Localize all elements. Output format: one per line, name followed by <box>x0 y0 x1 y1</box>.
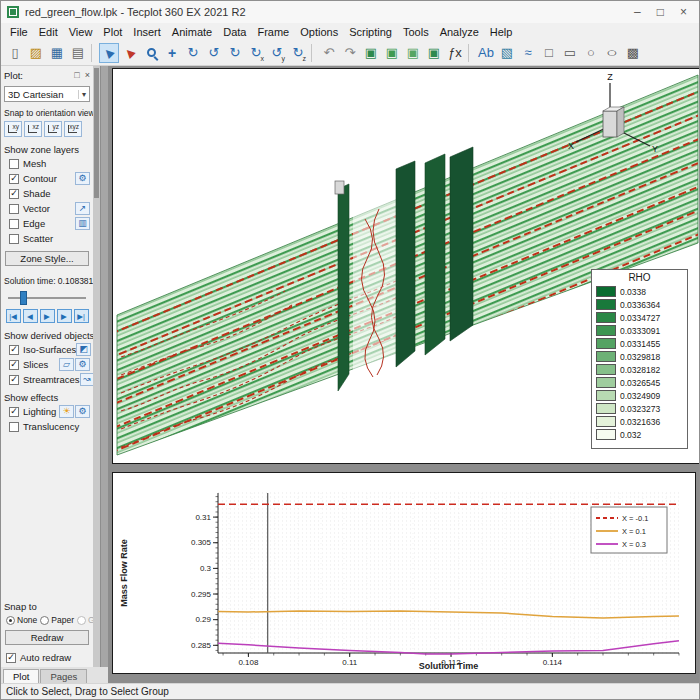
menu-plot[interactable]: Plot <box>98 25 127 39</box>
edge-details-button[interactable]: ▥ <box>75 217 90 230</box>
frame-xy-plot[interactable]: 0.2850.290.2950.30.3050.310.1080.110.112… <box>112 472 696 674</box>
minimize-button[interactable]: – <box>634 5 641 19</box>
legend-value: 0.0331455 <box>620 339 660 349</box>
radio-paper[interactable] <box>40 616 49 625</box>
legend-value: 0.0326545 <box>620 378 660 388</box>
contour-details-button[interactable]: ⚙ <box>75 172 90 185</box>
checkbox-lighting[interactable]: ✓ <box>9 407 19 417</box>
undo-button[interactable]: ↶ <box>319 43 339 63</box>
vector-details-button[interactable]: ↗ <box>75 202 90 215</box>
close-panel-icon[interactable]: × <box>85 70 90 80</box>
fit-surfaces-button[interactable]: ▣ <box>361 43 381 63</box>
checkbox-scatter[interactable] <box>9 234 19 244</box>
slice-placement-button[interactable]: ▱ <box>59 358 74 371</box>
checkbox-vector[interactable] <box>9 204 19 214</box>
checkbox-contour[interactable]: ✓ <box>9 174 19 184</box>
rectangle-tool[interactable]: ▭ <box>560 43 580 63</box>
print-button[interactable]: ▤ <box>68 43 88 63</box>
rotate-z-tool[interactable]: ↻z <box>288 43 308 63</box>
contour-legend[interactable]: RHO 0.03380.03363640.03347270.03330910.0… <box>591 269 688 449</box>
rotate-twist-tool[interactable]: ↻ <box>225 43 245 63</box>
play-button[interactable]: ▶ <box>40 309 55 323</box>
rotate-x-tool[interactable]: ↻x <box>246 43 266 63</box>
translate-tool[interactable]: + <box>162 43 182 63</box>
fit-data-button[interactable]: ▣ <box>382 43 402 63</box>
menu-animate[interactable]: Animate <box>167 25 217 39</box>
save-button[interactable]: ▦ <box>47 43 67 63</box>
menu-edit[interactable]: Edit <box>34 25 63 39</box>
checkbox-shade[interactable]: ✓ <box>9 189 19 199</box>
scrollbar-thumb[interactable] <box>94 68 99 198</box>
menu-insert[interactable]: Insert <box>128 25 166 39</box>
geometry-tool[interactable]: ▧ <box>497 43 517 63</box>
frame-tool[interactable]: ▩ <box>623 43 643 63</box>
checkbox-iso-surfaces[interactable]: ✓ <box>9 345 19 355</box>
next-frame-button[interactable]: ▶ <box>57 309 72 323</box>
view-yz-button[interactable]: yz <box>44 121 62 137</box>
rotate-rollerball-tool[interactable]: ↻ <box>183 43 203 63</box>
panel-splitter[interactable] <box>100 66 108 667</box>
redraw-button[interactable]: Redraw <box>5 630 89 645</box>
checkbox-edge[interactable] <box>9 219 19 229</box>
streamtrace-placement-button[interactable]: ↝ <box>80 373 94 386</box>
view-xy-button[interactable]: xy <box>4 121 22 137</box>
new-file-button[interactable]: ▯ <box>5 43 25 63</box>
checkbox-mesh[interactable] <box>9 159 19 169</box>
slice-handle[interactable] <box>335 181 344 194</box>
iso-surface-details-button[interactable]: ◩ <box>76 343 91 356</box>
first-frame-button[interactable]: |◀ <box>6 309 21 323</box>
ellipse-tool[interactable]: ○ <box>602 43 622 63</box>
polyline-tool[interactable]: ≈ <box>518 43 538 63</box>
text-tool[interactable]: Ab <box>476 43 496 63</box>
rotate-spherical-tool[interactable]: ↺ <box>204 43 224 63</box>
checkbox-translucency[interactable] <box>9 422 19 432</box>
lighting-details-button[interactable]: ⚙ <box>75 405 90 418</box>
zone-style-button[interactable]: Zone Style... <box>5 251 89 266</box>
label-scatter: Scatter <box>23 233 53 244</box>
mass-flow-chart[interactable]: 0.2850.290.2950.30.3050.310.1080.110.112… <box>113 473 695 673</box>
redo-button[interactable]: ↷ <box>340 43 360 63</box>
menu-analyze[interactable]: Analyze <box>435 25 484 39</box>
sidebar: Plot: □ × 3D Cartesian ▾ Snap to orienta… <box>1 66 108 683</box>
menu-tools[interactable]: Tools <box>398 25 434 39</box>
close-button[interactable]: × <box>680 5 687 19</box>
maximize-button[interactable]: □ <box>657 5 664 19</box>
auto-redraw-checkbox[interactable]: ✓ <box>6 653 16 663</box>
view-iso-button[interactable]: xyz <box>64 121 82 137</box>
frame-3d-plot[interactable]: Z Y X RHO 0.03380.03363640.03347270.0333… <box>112 68 699 464</box>
slice-details-button[interactable]: ⚙ <box>75 358 90 371</box>
tab-pages[interactable]: Pages <box>40 669 87 683</box>
nice-fit-button[interactable]: ▣ <box>424 43 444 63</box>
menu-help[interactable]: Help <box>485 25 518 39</box>
view-xz-button[interactable]: xz <box>24 121 42 137</box>
menu-file[interactable]: File <box>5 25 33 39</box>
zoom-tool[interactable] <box>141 43 161 63</box>
tab-plot[interactable]: Plot <box>3 669 39 683</box>
menu-frame[interactable]: Frame <box>252 25 294 39</box>
snap-option-none[interactable]: None <box>6 615 37 625</box>
open-file-button[interactable]: ▨ <box>26 43 46 63</box>
plot-type-dropdown[interactable]: 3D Cartesian ▾ <box>4 86 90 102</box>
square-tool[interactable]: □ <box>539 43 559 63</box>
rotate-y-tool[interactable]: ↺y <box>267 43 287 63</box>
radio-none[interactable] <box>6 616 15 625</box>
light-source-button[interactable]: ☀ <box>59 405 74 418</box>
last-frame-button[interactable]: ▶| <box>74 309 89 323</box>
sidebar-scrollbar[interactable] <box>93 66 100 667</box>
fit-frame-button[interactable]: ▣ <box>403 43 423 63</box>
probe-tool[interactable]: ◀ <box>120 43 140 63</box>
previous-frame-button[interactable]: ◀ <box>23 309 38 323</box>
solution-time-slider[interactable] <box>6 291 88 305</box>
checkbox-streamtraces[interactable]: ✓ <box>9 375 19 385</box>
menu-view[interactable]: View <box>64 25 98 39</box>
menu-scripting[interactable]: Scripting <box>344 25 397 39</box>
checkbox-slices[interactable]: ✓ <box>9 360 19 370</box>
menu-data[interactable]: Data <box>218 25 251 39</box>
slider-thumb[interactable] <box>20 291 27 305</box>
circle-tool[interactable]: ○ <box>581 43 601 63</box>
select-tool[interactable]: ◀ <box>99 43 119 63</box>
float-panel-icon[interactable]: □ <box>74 70 79 80</box>
menu-options[interactable]: Options <box>295 25 343 39</box>
function-button[interactable]: ƒx <box>445 43 465 63</box>
snap-option-paper[interactable]: Paper <box>40 615 74 625</box>
